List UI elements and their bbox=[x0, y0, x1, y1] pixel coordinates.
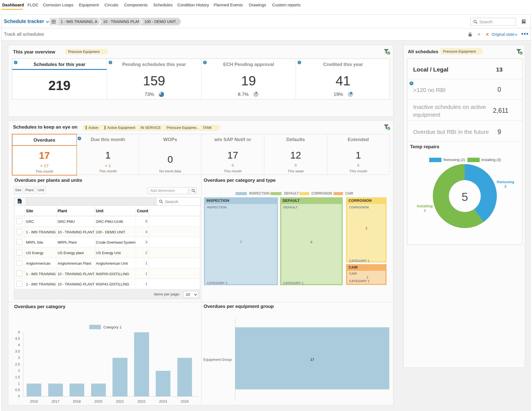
svg-text:x: x bbox=[18, 200, 20, 203]
